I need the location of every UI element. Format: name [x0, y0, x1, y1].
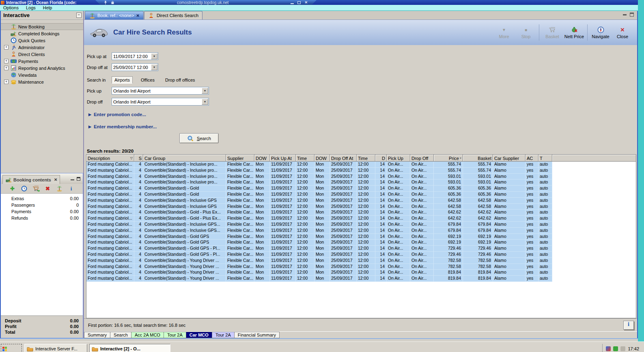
column-header-drop-off-at[interactable]: Drop Off At: [330, 155, 357, 162]
bottom-tab-financial-summary[interactable]: Financial Summary: [235, 332, 280, 338]
tray-icon[interactable]: [620, 346, 625, 351]
table-row[interactable]: Ford mustang Cabriol...4Convertible(Stan…: [86, 276, 636, 282]
column-header-time[interactable]: Time: [357, 155, 375, 162]
bottom-tab-tour-2a[interactable]: Tour 2A: [212, 332, 235, 338]
menu-logs[interactable]: Logs: [26, 5, 36, 10]
table-row[interactable]: Ford mustang Cabriol...4Convertible(Stan…: [86, 234, 636, 240]
sidebar-item-viewdata[interactable]: Viewdata: [1, 71, 83, 78]
add-icon[interactable]: ✚: [9, 185, 16, 192]
rdp-minimize-icon[interactable]: [291, 3, 294, 4]
column-header-description[interactable]: Description▽: [86, 155, 134, 162]
column-header-ac[interactable]: AC: [526, 155, 538, 162]
table-row[interactable]: Ford mustang Cabriol...4Convertible(Stan…: [86, 264, 636, 270]
panel-maximize-icon[interactable]: [77, 177, 80, 181]
sidebar-item-quick-quotes[interactable]: Quick Quotes: [1, 37, 83, 44]
bottom-tab-summary[interactable]: Summary: [84, 332, 110, 338]
expand-icon[interactable]: +: [4, 80, 9, 84]
menu-options[interactable]: Options: [3, 5, 19, 10]
rdp-close-icon[interactable]: ✕: [304, 0, 308, 4]
basket-button[interactable]: Basket: [542, 24, 563, 41]
palm-tree-icon[interactable]: [56, 185, 63, 192]
sidebar-item-administrator[interactable]: +Administrator: [1, 44, 83, 51]
bottom-tab-acc-2a-mco[interactable]: Acc 2A MCO: [131, 332, 164, 338]
expand-icon[interactable]: +: [4, 45, 9, 50]
column-header-time[interactable]: Time: [296, 155, 314, 162]
expand-icon[interactable]: +: [4, 66, 9, 70]
table-row[interactable]: Ford mustang Cabriol...4Convertible(Stan…: [86, 216, 636, 222]
rdp-restore-icon[interactable]: [297, 1, 301, 4]
table-row[interactable]: Ford mustang Cabriol...4Convertible(Stan…: [86, 228, 636, 234]
close-button[interactable]: ✕Close: [612, 24, 633, 41]
table-row[interactable]: Ford mustang Cabriol...4Convertible(Stan…: [86, 204, 636, 210]
collapse-icon[interactable]: −: [76, 13, 82, 18]
booking-contents-tab[interactable]: Booking contents ✕: [2, 175, 60, 184]
column-header-s[interactable]: S: [134, 155, 143, 162]
search-in-offices[interactable]: Offices: [138, 77, 157, 83]
delete-icon[interactable]: ✖: [44, 185, 52, 192]
table-row[interactable]: Ford mustang Cabriol...4Convertible(Stan…: [86, 186, 636, 192]
chevron-down-icon[interactable]: ▾: [202, 99, 208, 105]
sidebar-item-maintenance[interactable]: +Maintenance: [1, 78, 83, 85]
column-header-car-supplier[interactable]: Car Supplier: [493, 155, 526, 162]
tab-booking-ref[interactable]: Book. ref.: <none> ✕: [85, 11, 144, 19]
taskbar-button-interactive-2[interactable]: Interactive [2] - O...: [89, 344, 170, 352]
table-row[interactable]: Ford mustang Cabriol...4Convertible(Stan…: [86, 270, 636, 276]
sidebar-item-direct-clients[interactable]: Direct Clients: [1, 51, 83, 58]
sidebar-item-reporting-and-analytics[interactable]: +Reporting and Analytics: [1, 65, 83, 71]
column-header-dow[interactable]: DOW: [314, 155, 330, 162]
stop-button[interactable]: ■Stop: [515, 24, 536, 41]
bottom-tab-search[interactable]: Search: [110, 332, 131, 338]
maximize-icon[interactable]: [630, 13, 634, 17]
chevron-down-icon[interactable]: ▾: [151, 53, 157, 59]
expand-icon[interactable]: +: [4, 59, 9, 63]
table-row[interactable]: Ford mustang Cabriol...4Convertible(Stan…: [86, 179, 636, 186]
column-header-t[interactable]: T: [538, 155, 552, 162]
table-row[interactable]: Ford mustang Cabriol...4Convertible(Stan…: [86, 162, 636, 168]
sidebar-item-completed-bookings[interactable]: Completed Bookings: [1, 30, 83, 37]
pin-icon[interactable]: [103, 0, 108, 5]
membership-number-expander[interactable]: ▶ Enter membership number...: [88, 123, 637, 130]
search-in-airports[interactable]: Airports: [112, 76, 133, 84]
close-tab-icon[interactable]: ✕: [136, 13, 140, 18]
info-button[interactable]: i: [623, 321, 634, 330]
chevron-down-icon[interactable]: ▾: [202, 88, 208, 94]
table-row[interactable]: Ford mustang Cabriol...4Convertible(Stan…: [86, 240, 636, 246]
sidebar-item-new-booking[interactable]: New Booking: [1, 23, 83, 30]
table-row[interactable]: Ford mustang Cabriol...4Convertible(Stan…: [86, 198, 636, 204]
search-button[interactable]: Search: [179, 133, 219, 143]
cart-go-icon[interactable]: [32, 185, 40, 192]
table-row[interactable]: Ford mustang Cabriol...4Convertible(Stan…: [86, 174, 636, 180]
navigate-button[interactable]: Navigate: [590, 24, 611, 41]
column-header-pick-up-at[interactable]: Pick Up At: [270, 155, 296, 162]
chevron-down-icon[interactable]: ▾: [151, 64, 157, 70]
nett-price-button[interactable]: Nett Price: [564, 24, 585, 41]
table-row[interactable]: Ford mustang Cabriol...4Convertible(Stan…: [86, 168, 636, 174]
dropoff-at-input[interactable]: 25/09/2017 12:00 ▾: [112, 63, 158, 71]
start-button[interactable]: [1, 344, 22, 352]
minimize-icon[interactable]: [623, 14, 627, 15]
table-row[interactable]: Ford mustang Cabriol...4Convertible(Stan…: [86, 222, 636, 228]
filter-icon[interactable]: ▽: [130, 156, 133, 160]
tray-icon[interactable]: [606, 346, 611, 351]
table-row[interactable]: Ford mustang Cabriol...4Convertible(Stan…: [86, 209, 636, 216]
close-panel-icon[interactable]: ✕: [54, 177, 57, 182]
column-header-d[interactable]: D: [375, 155, 387, 162]
pickup-at-input[interactable]: 11/09/2017 12:00 ▾: [112, 52, 158, 60]
taskbar-button-interactive-server[interactable]: Interactive Server F...: [24, 344, 87, 352]
tray-icon[interactable]: [613, 346, 618, 351]
pickup-select[interactable]: Orlando Intl Airport ▾: [112, 87, 209, 95]
bottom-tab-car-mco[interactable]: Car MCO: [186, 332, 212, 338]
menu-help[interactable]: Help: [43, 5, 52, 10]
table-row[interactable]: Ford mustang Cabriol...4Convertible(Stan…: [86, 258, 636, 264]
column-header-supplier[interactable]: Supplier: [226, 155, 254, 162]
column-header-drop-off[interactable]: Drop Off: [410, 155, 434, 162]
info-icon[interactable]: i: [68, 185, 75, 192]
clock-icon[interactable]: [21, 185, 28, 192]
column-header-pick-up[interactable]: Pick Up: [387, 155, 410, 162]
panel-minimize-icon[interactable]: [71, 177, 74, 180]
column-header-car-group[interactable]: Car Group: [143, 155, 226, 162]
table-row[interactable]: Ford mustang Cabriol...4Convertible(Stan…: [86, 192, 636, 198]
table-row[interactable]: Ford mustang Cabriol...4Convertible(Stan…: [86, 246, 636, 252]
column-header-basket[interactable]: Basket: [463, 155, 493, 162]
tab-direct-clients-search[interactable]: Direct Clients Search: [144, 11, 202, 19]
